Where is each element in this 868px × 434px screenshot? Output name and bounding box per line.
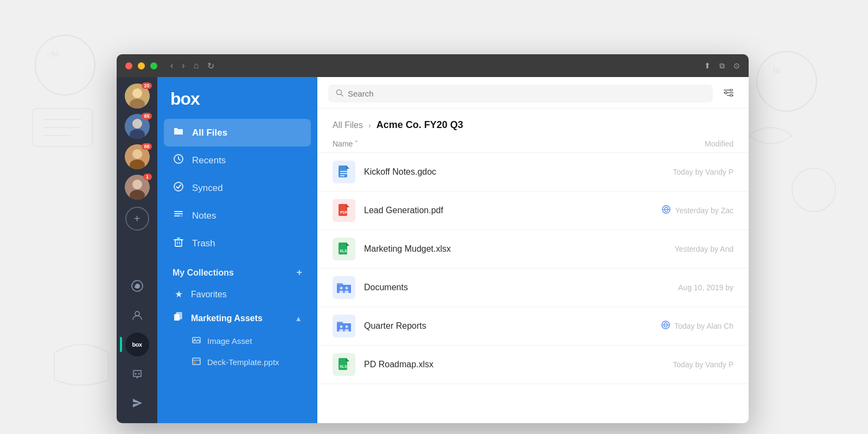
shared-link-icon <box>662 205 671 216</box>
add-collection-icon[interactable]: + <box>296 267 302 278</box>
sort-icon: ˅ <box>355 140 358 148</box>
breadcrumb-current: Acme Co. FY20 Q3 <box>376 119 463 131</box>
svg-point-6 <box>757 52 816 111</box>
sidebar-logo: box <box>157 77 317 119</box>
table-row[interactable]: PDF Lead Generation.pdf <box>317 192 749 230</box>
file-meta: Yesterday by And <box>625 245 733 253</box>
breadcrumb-parent[interactable]: All Files <box>333 120 363 130</box>
whatsapp-icon[interactable] <box>125 274 149 298</box>
file-modified: Today by Alan Ch <box>674 322 733 330</box>
column-modified-header: Modified <box>625 139 733 148</box>
badge-1: 20 <box>142 82 151 89</box>
layers-icon[interactable]: ⧉ <box>719 61 725 71</box>
close-button[interactable] <box>125 62 132 69</box>
recents-label: Recents <box>192 155 226 166</box>
svg-point-59 <box>346 326 348 328</box>
svg-text:XLS: XLS <box>340 365 347 368</box>
file-name: Documents <box>364 283 625 292</box>
dock-avatar-4[interactable]: 1 <box>125 175 150 200</box>
sidebar-item-all-files[interactable]: All Files <box>164 119 311 146</box>
dock: 20 85 <box>117 77 157 423</box>
svg-text:PDF: PDF <box>340 210 348 214</box>
add-contact-button[interactable]: + <box>125 207 149 231</box>
sidebar-sub-item-deck-template[interactable]: Deck-Template.pptx <box>164 352 311 373</box>
svg-point-8 <box>792 168 835 212</box>
file-meta: Yesterday by Zac <box>625 205 733 216</box>
svg-point-0 <box>35 35 95 95</box>
history-icon[interactable]: ⊙ <box>733 61 740 70</box>
svg-point-42 <box>730 94 732 97</box>
browser-nav: ‹ › ⌂ ↻ <box>168 60 216 72</box>
file-icon-gdoc <box>333 161 355 183</box>
svg-point-56 <box>344 291 349 293</box>
file-list-header: Name ˅ Modified <box>317 135 749 153</box>
browser-chrome: ‹ › ⌂ ↻ ⬆ ⧉ ⊙ <box>117 54 749 77</box>
forward-button[interactable]: › <box>180 60 187 72</box>
svg-text:hi!: hi! <box>773 66 781 75</box>
home-button[interactable]: ⌂ <box>192 60 201 72</box>
table-row[interactable]: Kickoff Notes.gdoc Today by Vandy P <box>317 153 749 192</box>
browser-actions-right: ⬆ ⧉ ⊙ <box>704 61 740 71</box>
table-row[interactable]: XLS Marketing Mudget.xlsx Yesterday by A… <box>317 230 749 269</box>
search-input[interactable] <box>348 89 705 98</box>
file-icon-folder-shared <box>333 315 355 337</box>
table-row[interactable]: Documents Aug 10, 2019 by <box>317 269 749 307</box>
expand-icon[interactable]: ▲ <box>295 314 302 323</box>
svg-rect-28 <box>175 240 182 246</box>
svg-point-27 <box>174 182 183 191</box>
file-modified: Today by Vandy P <box>673 360 733 369</box>
share-icon[interactable]: ⬆ <box>704 61 711 70</box>
column-name-header[interactable]: Name ˅ <box>333 139 625 148</box>
sidebar-item-notes[interactable]: Notes <box>164 202 311 229</box>
trash-icon <box>173 237 184 250</box>
svg-point-60 <box>344 329 349 332</box>
marketing-assets-label: Marketing Assets <box>191 314 263 323</box>
file-modified: Today by Vandy P <box>673 168 733 176</box>
file-list: Kickoff Notes.gdoc Today by Vandy P PDF <box>317 153 749 423</box>
sidebar-item-favorites[interactable]: ★ Favorites <box>164 283 311 306</box>
file-meta: Today by Alan Ch <box>625 321 733 331</box>
favorites-label: Favorites <box>191 290 227 299</box>
discord-icon[interactable] <box>125 362 149 386</box>
svg-rect-33 <box>193 358 200 365</box>
dock-avatar-3[interactable]: 88 <box>125 144 150 169</box>
recents-icon <box>173 154 184 167</box>
svg-point-54 <box>339 291 343 293</box>
image-asset-icon <box>192 336 201 346</box>
sidebar-item-recents[interactable]: Recents <box>164 146 311 174</box>
send-icon[interactable] <box>125 391 149 415</box>
search-icon <box>336 89 343 98</box>
svg-point-25 <box>138 373 139 375</box>
sidebar-item-synced[interactable]: Synced <box>164 174 311 202</box>
collections-header: My Collections + <box>157 257 317 283</box>
back-button[interactable]: ‹ <box>168 60 175 72</box>
dock-avatar-1[interactable]: 20 <box>125 84 150 108</box>
svg-point-20 <box>132 180 142 189</box>
badge-3: 88 <box>142 143 151 150</box>
svg-point-24 <box>135 373 136 375</box>
filter-button[interactable] <box>719 87 738 100</box>
refresh-button[interactable]: ↻ <box>205 60 216 72</box>
sidebar-item-trash[interactable]: Trash <box>164 229 311 257</box>
svg-point-57 <box>340 326 343 328</box>
app-container: 20 85 <box>117 77 749 423</box>
person-icon[interactable] <box>125 303 149 327</box>
file-icon-xlsx: XLS <box>333 238 355 260</box>
sidebar: box All Files <box>157 77 317 423</box>
sidebar-item-marketing-assets[interactable]: Marketing Assets ▲ <box>164 306 311 330</box>
table-row[interactable]: XLS PD Roadmap.xlsx Today by Vandy P <box>317 346 749 384</box>
notes-icon <box>173 209 184 222</box>
file-name: PD Roadmap.xlsx <box>364 360 625 369</box>
badge-4: 1 <box>143 174 152 180</box>
breadcrumb-separator: › <box>368 121 371 130</box>
table-row[interactable]: Quarter Reports Today by Alan Ch <box>317 307 749 346</box>
file-meta: Today by Vandy P <box>625 360 733 369</box>
dock-avatar-2[interactable]: 85 <box>125 114 150 139</box>
sidebar-sub-item-image-asset[interactable]: Image Asset <box>164 330 311 352</box>
file-modified: Yesterday by Zac <box>675 206 733 215</box>
minimize-button[interactable] <box>138 62 145 69</box>
box-dock-icon[interactable]: box <box>125 333 149 356</box>
svg-point-14 <box>132 119 142 129</box>
maximize-button[interactable] <box>150 62 157 69</box>
svg-text:XLS: XLS <box>340 249 347 253</box>
